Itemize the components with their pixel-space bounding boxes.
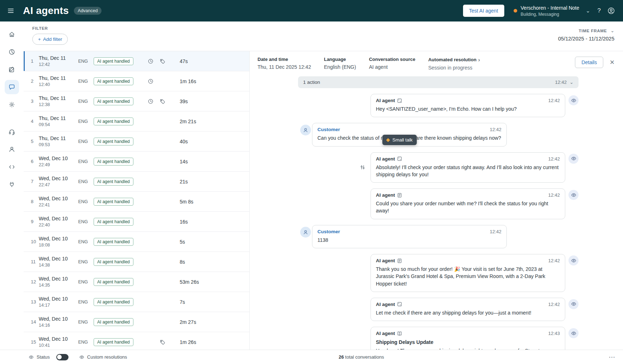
row-date: Thu, Dec 11 09:53 bbox=[39, 135, 78, 147]
message-bubble: AI agent bbox=[371, 254, 565, 292]
detail-actions: Details × bbox=[575, 57, 614, 68]
close-button[interactable]: × bbox=[610, 58, 614, 66]
hamburger-icon bbox=[7, 7, 14, 14]
conversation-row[interactable]: 6 Wed, Dec 10 22:49 ENG AI agent handled bbox=[24, 152, 249, 172]
message-time: 12:42 bbox=[490, 229, 501, 234]
message-list: AI agent bbox=[298, 94, 579, 350]
conversation-row[interactable]: 2 Thu, Dec 11 12:40 ENG AI agent handled bbox=[24, 71, 249, 91]
test-ai-agent-button[interactable]: Test AI agent bbox=[463, 5, 504, 17]
status-badge: AI agent handled bbox=[94, 238, 133, 246]
account-switcher[interactable]: Verschoren - Internal Note Building, Mes… bbox=[514, 5, 590, 17]
row-date: Wed, Dec 10 22:41 bbox=[39, 196, 78, 207]
conversation-row[interactable]: 9 Wed, Dec 10 22:40 ENG AI agent handled bbox=[24, 212, 249, 232]
eye-icon bbox=[29, 355, 34, 360]
hamburger-menu-button[interactable] bbox=[7, 7, 14, 14]
sidebar-item-developer[interactable] bbox=[5, 160, 19, 174]
message-text: Hey <SANITIZED_user_name>, I'm Echo. How… bbox=[376, 105, 560, 112]
edit-icon bbox=[8, 66, 15, 73]
message-header: AI agent bbox=[376, 331, 560, 336]
chevron-down-icon[interactable]: ⌄ bbox=[610, 28, 614, 33]
row-status-cell: AI agent handled bbox=[94, 338, 138, 346]
status-toggle[interactable] bbox=[56, 354, 69, 360]
visibility-eye-button[interactable] bbox=[568, 328, 579, 338]
conversation-row[interactable]: 7 Wed, Dec 10 22:47 ENG AI agent handled bbox=[24, 172, 249, 192]
conversation-row[interactable]: 3 Thu, Dec 11 12:38 ENG AI agent handled bbox=[24, 91, 249, 111]
message-bubble: Customer bbox=[312, 225, 507, 248]
time-frame-control[interactable]: TIME FRAME ⌄ 05/12/2025 - 11/12/2025 bbox=[558, 26, 614, 51]
row-language: ENG bbox=[78, 179, 94, 184]
chevron-down-icon[interactable]: ⌄ bbox=[570, 80, 574, 85]
headset-icon bbox=[8, 128, 15, 135]
row-date-time: 14:35 bbox=[39, 283, 78, 288]
eye-icon bbox=[79, 355, 84, 360]
message-header: AI agent bbox=[376, 258, 560, 263]
row-icons bbox=[138, 319, 173, 325]
more-options-button[interactable]: ⋯ bbox=[609, 353, 616, 361]
status-badge: AI agent handled bbox=[94, 318, 133, 326]
row-date: Wed, Dec 10 14:16 bbox=[39, 316, 78, 328]
intent-icon bbox=[386, 138, 390, 142]
status-badge: AI agent handled bbox=[94, 198, 133, 206]
conversation-row[interactable]: 12 Wed, Dec 10 14:35 ENG AI agent handle… bbox=[24, 272, 249, 292]
conversation-row[interactable]: 4 Thu, Dec 11 09:54 ENG AI agent handled bbox=[24, 111, 249, 131]
message-header: Customer bbox=[317, 127, 501, 132]
dice-icon bbox=[397, 156, 402, 161]
conversation-row[interactable]: 5 Thu, Dec 11 09:53 ENG AI agent handled bbox=[24, 131, 249, 152]
sidebar-item-support[interactable] bbox=[5, 125, 19, 139]
row-date-time: 14:17 bbox=[39, 303, 78, 308]
clock-icon bbox=[148, 78, 154, 84]
visibility-eye-button[interactable] bbox=[568, 95, 579, 105]
row-number: 9 bbox=[24, 219, 39, 224]
message-time: 12:42 bbox=[548, 258, 560, 263]
message-header: Customer bbox=[317, 229, 501, 234]
row-date: Wed, Dec 10 10:41 bbox=[39, 336, 78, 348]
row-date-time: 14:38 bbox=[39, 263, 78, 268]
row-number: 7 bbox=[24, 179, 39, 184]
filter-section: FILTER + Add filter bbox=[32, 26, 68, 51]
row-date-time: 09:54 bbox=[39, 122, 78, 127]
status-badge: AI agent handled bbox=[94, 178, 133, 186]
conversation-row[interactable]: 15 Wed, Dec 10 10:41 ENG AI agent handle… bbox=[24, 332, 249, 350]
actions-accordion[interactable]: 1 action 12:42 ⌄ bbox=[298, 76, 579, 88]
sidebar-item-home[interactable] bbox=[5, 27, 19, 42]
conversation-row[interactable]: 10 Wed, Dec 10 18:08 ENG AI agent handle… bbox=[24, 232, 249, 252]
status-visibility-button[interactable] bbox=[29, 355, 34, 360]
row-number: 6 bbox=[24, 159, 39, 164]
message-bubble: AI agent bbox=[371, 152, 565, 183]
conversation-row[interactable]: 13 Wed, Dec 10 14:17 ENG AI agent handle… bbox=[24, 292, 249, 312]
row-date-time: 22:40 bbox=[39, 222, 78, 227]
row-date-time: 12:40 bbox=[39, 82, 78, 87]
visibility-eye-button[interactable] bbox=[568, 190, 579, 200]
sidebar-item-content[interactable] bbox=[5, 62, 19, 77]
meta-value: Thu, 11 Dec 2025 12:42 bbox=[258, 64, 311, 70]
bottom-bar: Status Custom resolutions 26 total conve… bbox=[0, 350, 623, 364]
row-date-time: 10:41 bbox=[39, 343, 78, 348]
row-duration: 39s bbox=[173, 99, 188, 104]
row-status-cell: AI agent handled bbox=[94, 258, 138, 266]
conversation-row[interactable]: 8 Wed, Dec 10 22:41 ENG AI agent handled bbox=[24, 192, 249, 212]
visibility-eye-button[interactable] bbox=[568, 255, 579, 265]
toggle-knob bbox=[57, 355, 62, 359]
details-button[interactable]: Details bbox=[575, 57, 603, 68]
sidebar-item-integrations[interactable] bbox=[5, 177, 19, 192]
sidebar-item-settings[interactable] bbox=[5, 97, 19, 112]
add-filter-button[interactable]: + Add filter bbox=[32, 34, 68, 45]
custom-resolutions-visibility-button[interactable] bbox=[79, 355, 84, 360]
help-button[interactable]: ? bbox=[598, 7, 601, 14]
conversation-row[interactable]: 11 Wed, Dec 10 14:38 ENG AI agent handle… bbox=[24, 252, 249, 272]
conversation-row[interactable]: 1 Thu, Dec 11 12:42 ENG AI agent handled bbox=[24, 51, 249, 71]
message: AI agent bbox=[298, 327, 579, 350]
row-icons bbox=[138, 199, 173, 205]
visibility-eye-button[interactable] bbox=[568, 299, 579, 309]
chevron-down-icon[interactable]: ⌄ bbox=[586, 8, 590, 14]
row-status-cell: AI agent handled bbox=[94, 118, 138, 125]
sidebar-item-customers[interactable] bbox=[5, 142, 19, 157]
conversation-row[interactable]: 14 Wed, Dec 10 14:16 ENG AI agent handle… bbox=[24, 312, 249, 332]
arrow-right-icon[interactable]: › bbox=[478, 57, 480, 63]
plus-icon: + bbox=[38, 37, 41, 42]
sidebar-item-analytics[interactable] bbox=[5, 45, 19, 59]
visibility-eye-button[interactable] bbox=[568, 154, 579, 164]
row-status-cell: AI agent handled bbox=[94, 178, 138, 186]
user-avatar-button[interactable] bbox=[607, 7, 615, 15]
sidebar-item-conversations[interactable] bbox=[5, 80, 19, 94]
